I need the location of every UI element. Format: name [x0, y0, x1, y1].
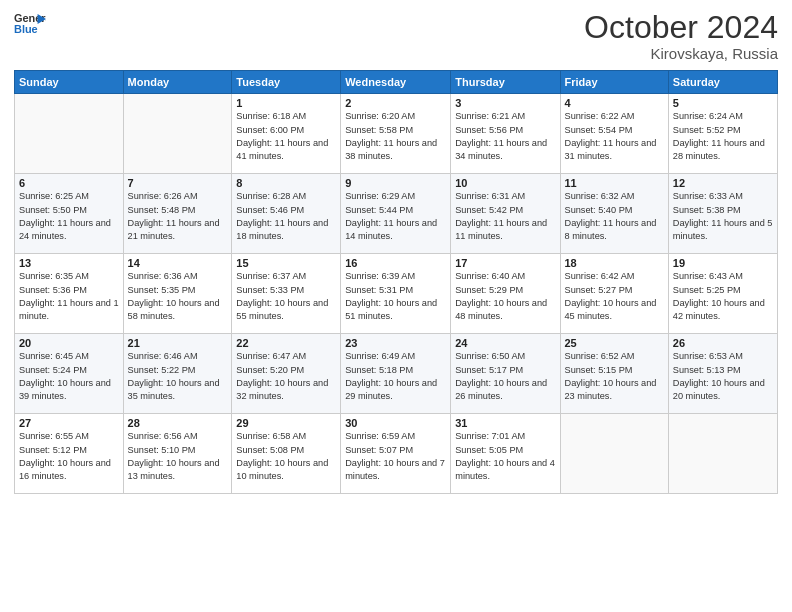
calendar-cell: 24Sunrise: 6:50 AM Sunset: 5:17 PM Dayli… — [451, 334, 560, 414]
calendar-cell: 11Sunrise: 6:32 AM Sunset: 5:40 PM Dayli… — [560, 174, 668, 254]
day-number: 21 — [128, 337, 228, 349]
day-number: 28 — [128, 417, 228, 429]
day-number: 10 — [455, 177, 555, 189]
day-number: 6 — [19, 177, 119, 189]
day-number: 25 — [565, 337, 664, 349]
svg-text:Blue: Blue — [14, 23, 38, 35]
calendar-cell: 6Sunrise: 6:25 AM Sunset: 5:50 PM Daylig… — [15, 174, 124, 254]
day-number: 8 — [236, 177, 336, 189]
calendar-cell: 19Sunrise: 6:43 AM Sunset: 5:25 PM Dayli… — [668, 254, 777, 334]
logo: General Blue — [14, 10, 46, 38]
day-info: Sunrise: 6:35 AM Sunset: 5:36 PM Dayligh… — [19, 270, 119, 323]
day-info: Sunrise: 6:43 AM Sunset: 5:25 PM Dayligh… — [673, 270, 773, 323]
day-number: 20 — [19, 337, 119, 349]
weekday-header-thursday: Thursday — [451, 71, 560, 94]
day-number: 15 — [236, 257, 336, 269]
day-info: Sunrise: 6:33 AM Sunset: 5:38 PM Dayligh… — [673, 190, 773, 243]
day-info: Sunrise: 6:39 AM Sunset: 5:31 PM Dayligh… — [345, 270, 446, 323]
calendar-cell: 4Sunrise: 6:22 AM Sunset: 5:54 PM Daylig… — [560, 94, 668, 174]
calendar-cell: 18Sunrise: 6:42 AM Sunset: 5:27 PM Dayli… — [560, 254, 668, 334]
calendar-cell — [15, 94, 124, 174]
day-number: 24 — [455, 337, 555, 349]
day-number: 18 — [565, 257, 664, 269]
calendar-cell: 10Sunrise: 6:31 AM Sunset: 5:42 PM Dayli… — [451, 174, 560, 254]
day-info: Sunrise: 6:47 AM Sunset: 5:20 PM Dayligh… — [236, 350, 336, 403]
calendar-cell: 16Sunrise: 6:39 AM Sunset: 5:31 PM Dayli… — [341, 254, 451, 334]
day-info: Sunrise: 6:25 AM Sunset: 5:50 PM Dayligh… — [19, 190, 119, 243]
calendar-cell: 7Sunrise: 6:26 AM Sunset: 5:48 PM Daylig… — [123, 174, 232, 254]
month-title: October 2024 — [584, 10, 778, 45]
calendar-cell: 22Sunrise: 6:47 AM Sunset: 5:20 PM Dayli… — [232, 334, 341, 414]
day-info: Sunrise: 6:18 AM Sunset: 6:00 PM Dayligh… — [236, 110, 336, 163]
calendar-cell — [668, 414, 777, 494]
calendar-cell: 25Sunrise: 6:52 AM Sunset: 5:15 PM Dayli… — [560, 334, 668, 414]
logo-icon: General Blue — [14, 10, 46, 38]
day-info: Sunrise: 6:42 AM Sunset: 5:27 PM Dayligh… — [565, 270, 664, 323]
day-info: Sunrise: 6:32 AM Sunset: 5:40 PM Dayligh… — [565, 190, 664, 243]
calendar-cell: 17Sunrise: 6:40 AM Sunset: 5:29 PM Dayli… — [451, 254, 560, 334]
day-info: Sunrise: 6:26 AM Sunset: 5:48 PM Dayligh… — [128, 190, 228, 243]
day-info: Sunrise: 6:49 AM Sunset: 5:18 PM Dayligh… — [345, 350, 446, 403]
calendar-cell: 21Sunrise: 6:46 AM Sunset: 5:22 PM Dayli… — [123, 334, 232, 414]
day-number: 1 — [236, 97, 336, 109]
calendar-cell: 8Sunrise: 6:28 AM Sunset: 5:46 PM Daylig… — [232, 174, 341, 254]
day-info: Sunrise: 6:22 AM Sunset: 5:54 PM Dayligh… — [565, 110, 664, 163]
calendar-cell: 1Sunrise: 6:18 AM Sunset: 6:00 PM Daylig… — [232, 94, 341, 174]
calendar-cell: 15Sunrise: 6:37 AM Sunset: 5:33 PM Dayli… — [232, 254, 341, 334]
calendar-cell: 30Sunrise: 6:59 AM Sunset: 5:07 PM Dayli… — [341, 414, 451, 494]
day-number: 11 — [565, 177, 664, 189]
calendar-cell: 12Sunrise: 6:33 AM Sunset: 5:38 PM Dayli… — [668, 174, 777, 254]
day-number: 3 — [455, 97, 555, 109]
day-number: 7 — [128, 177, 228, 189]
calendar-cell: 13Sunrise: 6:35 AM Sunset: 5:36 PM Dayli… — [15, 254, 124, 334]
day-info: Sunrise: 6:59 AM Sunset: 5:07 PM Dayligh… — [345, 430, 446, 483]
day-info: Sunrise: 6:46 AM Sunset: 5:22 PM Dayligh… — [128, 350, 228, 403]
calendar-cell: 29Sunrise: 6:58 AM Sunset: 5:08 PM Dayli… — [232, 414, 341, 494]
calendar-cell: 5Sunrise: 6:24 AM Sunset: 5:52 PM Daylig… — [668, 94, 777, 174]
day-number: 19 — [673, 257, 773, 269]
day-info: Sunrise: 6:50 AM Sunset: 5:17 PM Dayligh… — [455, 350, 555, 403]
day-number: 9 — [345, 177, 446, 189]
page: General Blue October 2024 Kirovskaya, Ru… — [0, 0, 792, 612]
day-info: Sunrise: 6:28 AM Sunset: 5:46 PM Dayligh… — [236, 190, 336, 243]
weekday-header-wednesday: Wednesday — [341, 71, 451, 94]
calendar-cell — [560, 414, 668, 494]
day-number: 30 — [345, 417, 446, 429]
day-info: Sunrise: 6:55 AM Sunset: 5:12 PM Dayligh… — [19, 430, 119, 483]
location-subtitle: Kirovskaya, Russia — [584, 45, 778, 62]
day-number: 23 — [345, 337, 446, 349]
day-number: 5 — [673, 97, 773, 109]
day-info: Sunrise: 6:52 AM Sunset: 5:15 PM Dayligh… — [565, 350, 664, 403]
day-info: Sunrise: 6:24 AM Sunset: 5:52 PM Dayligh… — [673, 110, 773, 163]
day-info: Sunrise: 6:53 AM Sunset: 5:13 PM Dayligh… — [673, 350, 773, 403]
day-info: Sunrise: 7:01 AM Sunset: 5:05 PM Dayligh… — [455, 430, 555, 483]
calendar-cell: 23Sunrise: 6:49 AM Sunset: 5:18 PM Dayli… — [341, 334, 451, 414]
day-info: Sunrise: 6:37 AM Sunset: 5:33 PM Dayligh… — [236, 270, 336, 323]
day-number: 2 — [345, 97, 446, 109]
calendar-cell: 3Sunrise: 6:21 AM Sunset: 5:56 PM Daylig… — [451, 94, 560, 174]
day-info: Sunrise: 6:20 AM Sunset: 5:58 PM Dayligh… — [345, 110, 446, 163]
day-number: 31 — [455, 417, 555, 429]
day-number: 22 — [236, 337, 336, 349]
calendar-cell: 26Sunrise: 6:53 AM Sunset: 5:13 PM Dayli… — [668, 334, 777, 414]
calendar-cell — [123, 94, 232, 174]
calendar-cell: 14Sunrise: 6:36 AM Sunset: 5:35 PM Dayli… — [123, 254, 232, 334]
day-info: Sunrise: 6:21 AM Sunset: 5:56 PM Dayligh… — [455, 110, 555, 163]
day-number: 12 — [673, 177, 773, 189]
title-block: October 2024 Kirovskaya, Russia — [584, 10, 778, 62]
day-number: 4 — [565, 97, 664, 109]
day-info: Sunrise: 6:45 AM Sunset: 5:24 PM Dayligh… — [19, 350, 119, 403]
weekday-header-saturday: Saturday — [668, 71, 777, 94]
day-number: 14 — [128, 257, 228, 269]
calendar-cell: 31Sunrise: 7:01 AM Sunset: 5:05 PM Dayli… — [451, 414, 560, 494]
day-info: Sunrise: 6:29 AM Sunset: 5:44 PM Dayligh… — [345, 190, 446, 243]
day-number: 29 — [236, 417, 336, 429]
day-info: Sunrise: 6:36 AM Sunset: 5:35 PM Dayligh… — [128, 270, 228, 323]
weekday-header-tuesday: Tuesday — [232, 71, 341, 94]
day-number: 26 — [673, 337, 773, 349]
day-number: 13 — [19, 257, 119, 269]
weekday-header-monday: Monday — [123, 71, 232, 94]
calendar-table: SundayMondayTuesdayWednesdayThursdayFrid… — [14, 70, 778, 494]
day-info: Sunrise: 6:31 AM Sunset: 5:42 PM Dayligh… — [455, 190, 555, 243]
calendar-cell: 9Sunrise: 6:29 AM Sunset: 5:44 PM Daylig… — [341, 174, 451, 254]
